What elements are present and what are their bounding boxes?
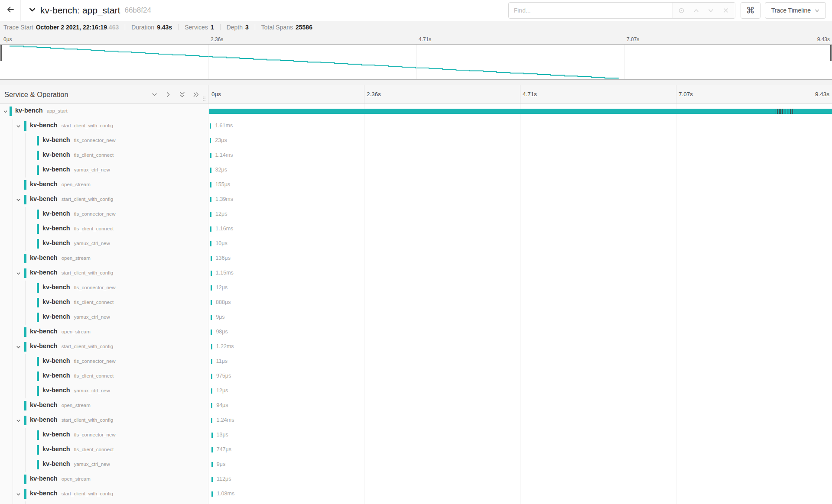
span-row[interactable]: kv-benchstart_client_with_config1.08ms xyxy=(0,487,832,501)
span-name-cell[interactable]: kv-benchopen_stream xyxy=(0,472,208,487)
span-timeline-cell[interactable]: 13μs xyxy=(208,428,832,443)
span-name-cell[interactable]: kv-benchtls_client_connect xyxy=(0,148,208,163)
span-bar[interactable] xyxy=(210,226,211,232)
span-row[interactable]: kv-benchopen_stream112μs xyxy=(0,472,832,487)
span-bar[interactable] xyxy=(211,462,213,467)
span-log-marker[interactable] xyxy=(787,109,787,114)
span-bar[interactable] xyxy=(210,197,211,202)
span-log-marker[interactable] xyxy=(789,109,789,114)
span-log-marker[interactable] xyxy=(792,109,793,114)
span-bar[interactable] xyxy=(211,403,212,408)
collapse-span-chevron[interactable] xyxy=(16,418,21,423)
span-row[interactable]: kv-benchyamux_ctrl_new9μs xyxy=(0,310,832,325)
span-row[interactable]: kv-benchyamux_ctrl_new10μs xyxy=(0,236,832,251)
span-row[interactable]: kv-benchtls_connector_new23μs xyxy=(0,133,832,148)
span-row[interactable]: kv-benchstart_client_with_config1.39ms xyxy=(0,192,832,207)
span-row[interactable]: kv-benchopen_stream136μs xyxy=(0,251,832,266)
span-bar[interactable] xyxy=(211,330,212,335)
span-timeline-cell[interactable]: 9μs xyxy=(208,457,832,472)
span-timeline-cell[interactable]: 1.08ms xyxy=(208,487,832,501)
span-timeline-cell[interactable]: 10μs xyxy=(208,236,832,251)
span-log-marker[interactable] xyxy=(784,109,784,114)
span-timeline-cell[interactable]: 11μs xyxy=(208,354,832,369)
collapse-all-button[interactable] xyxy=(179,91,185,98)
span-name-cell[interactable]: kv-benchstart_client_with_config xyxy=(0,266,208,281)
span-name-cell[interactable]: kv-benchtls_connector_new xyxy=(0,133,208,148)
span-timeline-cell[interactable]: 1.15ms xyxy=(208,266,832,281)
span-name-cell[interactable]: kv-benchyamux_ctrl_new xyxy=(0,310,208,325)
span-timeline-cell[interactable] xyxy=(208,501,832,504)
span-name-cell[interactable]: kv-benchtls_client_connect xyxy=(0,222,208,236)
span-bar[interactable] xyxy=(210,138,211,143)
span-bar[interactable] xyxy=(211,388,212,394)
scroll-to-match-button[interactable] xyxy=(674,3,689,18)
span-log-marker[interactable] xyxy=(776,109,776,114)
span-row[interactable]: kv-benchopen_stream98μs xyxy=(0,325,832,339)
span-timeline-cell[interactable]: 12μs xyxy=(208,384,832,398)
back-button[interactable] xyxy=(0,0,21,21)
minimap-left-handle[interactable] xyxy=(0,45,2,61)
span-bar[interactable] xyxy=(211,491,213,497)
span-name-cell[interactable]: kv-benchopen_stream xyxy=(0,398,208,413)
span-name-cell[interactable]: kv-benchyamux_ctrl_new xyxy=(0,384,208,398)
span-timeline-cell[interactable] xyxy=(208,104,832,119)
keyboard-shortcuts-button[interactable]: ⌘ xyxy=(741,2,760,19)
span-timeline-cell[interactable]: 155μs xyxy=(208,178,832,192)
span-name-cell[interactable]: kv-benchapp_start xyxy=(0,104,208,119)
span-name-cell[interactable]: kv-benchstart_client_with_config xyxy=(0,413,208,428)
find-input[interactable] xyxy=(509,3,672,18)
span-log-marker[interactable] xyxy=(779,109,780,114)
span-row[interactable]: kv-benchtls_client_connect975μs xyxy=(0,369,832,384)
span-timeline-cell[interactable]: 1.16ms xyxy=(208,222,832,236)
span-bar[interactable] xyxy=(210,153,211,158)
span-bar[interactable] xyxy=(211,300,212,305)
span-row[interactable]: kv-benchtls_connector_new12μs xyxy=(0,207,832,222)
span-timeline-cell[interactable]: 1.14ms xyxy=(208,148,832,163)
span-timeline-cell[interactable]: 12μs xyxy=(208,281,832,295)
span-timeline-cell[interactable]: 1.24ms xyxy=(208,413,832,428)
span-name-cell[interactable]: kv-benchtls_client_connect xyxy=(0,369,208,384)
span-name-cell[interactable]: kv-benchtls_client_connect xyxy=(0,443,208,457)
collapse-span-chevron[interactable] xyxy=(16,197,21,203)
span-row[interactable]: kv-benchyamux_ctrl_new12μs xyxy=(0,384,832,398)
span-row[interactable]: kv-benchtls_connector_new11μs xyxy=(0,354,832,369)
span-name-cell[interactable]: kv-benchyamux_ctrl_new xyxy=(0,236,208,251)
span-row[interactable]: kv-benchtls_client_connect888μs xyxy=(0,295,832,310)
span-name-cell[interactable]: kv-benchyamux_ctrl_new xyxy=(0,457,208,472)
span-bar[interactable] xyxy=(210,168,211,173)
collapse-span-chevron[interactable] xyxy=(3,109,8,114)
span-name-cell[interactable]: kv-benchyamux_ctrl_new xyxy=(0,163,208,178)
column-resize-grip[interactable] xyxy=(202,96,206,103)
span-log-marker[interactable] xyxy=(782,109,783,114)
span-row[interactable]: kv-benchstart_client_with_config1.24ms xyxy=(0,413,832,428)
span-timeline-cell[interactable]: 112μs xyxy=(208,472,832,487)
expand-all-button[interactable] xyxy=(192,91,199,98)
span-bar[interactable] xyxy=(211,477,213,482)
span-timeline-cell[interactable]: 98μs xyxy=(208,325,832,339)
collapse-span-chevron[interactable] xyxy=(16,123,21,129)
collapse-span-chevron[interactable] xyxy=(16,491,21,497)
span-timeline-cell[interactable]: 1.22ms xyxy=(208,339,832,354)
span-bar[interactable] xyxy=(209,109,832,114)
next-match-button[interactable] xyxy=(704,3,718,18)
span-bar[interactable] xyxy=(211,315,212,320)
span-row[interactable]: kv-benchtls_connector_new xyxy=(0,501,832,504)
span-log-marker[interactable] xyxy=(786,109,786,114)
span-row[interactable]: kv-benchyamux_ctrl_new32μs xyxy=(0,163,832,178)
span-row[interactable]: kv-benchtls_client_connect1.14ms xyxy=(0,148,832,163)
span-log-marker[interactable] xyxy=(794,109,794,114)
span-row[interactable]: kv-benchopen_stream155μs xyxy=(0,178,832,192)
span-bar[interactable] xyxy=(211,256,212,261)
span-timeline-cell[interactable]: 94μs xyxy=(208,398,832,413)
span-row[interactable]: kv-benchapp_start xyxy=(0,104,832,119)
column-divider[interactable] xyxy=(208,85,208,103)
span-log-marker[interactable] xyxy=(780,109,781,114)
span-timeline-cell[interactable]: 975μs xyxy=(208,369,832,384)
span-bar[interactable] xyxy=(211,359,212,364)
span-name-cell[interactable]: kv-benchopen_stream xyxy=(0,178,208,192)
span-bar[interactable] xyxy=(210,241,211,246)
span-row[interactable]: kv-benchstart_client_with_config1.15ms xyxy=(0,266,832,281)
collapse-trace-header-button[interactable] xyxy=(29,6,36,15)
collapse-one-button[interactable] xyxy=(151,91,158,98)
span-log-marker[interactable] xyxy=(790,109,791,114)
